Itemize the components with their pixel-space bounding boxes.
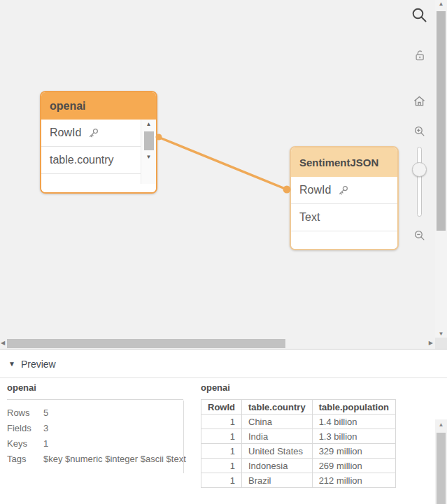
column-header-table-country[interactable]: table.country — [242, 400, 313, 415]
column-header-rowid[interactable]: RowId — [201, 400, 242, 415]
scroll-down-icon[interactable]: ▼ — [435, 331, 447, 337]
unlock-icon[interactable] — [411, 48, 427, 63]
field-sentimentjson-text[interactable]: Text — [291, 204, 397, 231]
stats-value: 1 — [43, 436, 48, 452]
scroll-up-icon[interactable]: ▲ — [435, 1, 447, 7]
stats-label: Fields — [7, 421, 43, 436]
cell-population: 269 million — [312, 459, 395, 473]
cell-country: Brazil — [242, 473, 313, 488]
zoom-in-icon[interactable] — [413, 124, 425, 137]
home-icon[interactable] — [411, 93, 427, 108]
table-node-sentimentjson[interactable]: SentimentJSON RowId Text — [290, 146, 399, 250]
zoom-out-icon[interactable] — [413, 229, 425, 241]
table-node-openai-title: openai — [50, 100, 86, 113]
field-label: RowId — [50, 127, 81, 139]
scrollbar-thumb[interactable] — [437, 11, 446, 231]
field-openai-rowid[interactable]: RowId — [41, 120, 141, 147]
stats-table-title: openai — [7, 382, 183, 400]
table-row: 1 India 1.3 billion — [201, 429, 396, 444]
stats-row-tags: Tags $key $numeric $integer $ascii $text — [7, 452, 183, 467]
table-row: 1 Brazil 212 million — [201, 473, 396, 488]
cell-country: United States — [242, 444, 313, 459]
cell-country: China — [242, 415, 313, 429]
zoom-slider[interactable] — [417, 147, 422, 217]
column-header-table-population[interactable]: table.population — [312, 400, 395, 415]
table-node-openai-body: RowId table.country ▲ — [41, 120, 156, 192]
zoom-slider-thumb[interactable] — [412, 162, 427, 177]
cell-rowid: 1 — [201, 429, 242, 444]
preview-panel-toggle[interactable]: ▼ Preview — [0, 350, 447, 378]
scroll-right-icon[interactable]: ▶ — [429, 338, 433, 349]
cell-population: 329 million — [312, 444, 395, 459]
scroll-down-icon[interactable]: ▼ — [146, 152, 152, 162]
field-sentimentjson-rowid[interactable]: RowId — [291, 177, 397, 204]
table-row: 1 United States 329 million — [201, 444, 396, 459]
scrollbar-thumb[interactable] — [144, 131, 154, 150]
canvas-horizontal-scrollbar[interactable]: ◀ ▶ — [0, 338, 435, 350]
field-label: Text — [299, 211, 320, 224]
table-node-openai-header[interactable]: openai — [41, 92, 156, 120]
key-icon — [87, 127, 99, 139]
key-icon — [337, 185, 349, 196]
stats-row-keys: Keys 1 — [7, 436, 183, 452]
cell-rowid: 1 — [201, 459, 242, 473]
preview-table-title: openai — [201, 382, 396, 393]
stats-label: Tags — [7, 452, 43, 467]
stats-label: Keys — [7, 436, 43, 452]
stats-value: 3 — [43, 421, 48, 436]
preview-data-table: RowId table.country table.population 1 C… — [201, 399, 396, 488]
collapse-caret-icon: ▼ — [8, 360, 15, 368]
preview-panel: ▼ Preview openai Rows 5 Fields 3 Keys 1 — [0, 350, 447, 504]
scroll-up-icon[interactable]: ▲ — [435, 422, 447, 428]
panel-divider — [183, 401, 184, 473]
field-label: RowId — [299, 184, 331, 196]
preview-table-section: openai RowId table.country table.populat… — [201, 382, 396, 488]
stats-value: $key $numeric $integer $ascii $text — [43, 452, 186, 467]
stats-row-rows: Rows 5 — [7, 405, 183, 421]
data-model-viewer: openai RowId table.country — [0, 0, 447, 504]
scroll-left-icon[interactable]: ◀ — [1, 338, 5, 349]
field-openai-table-country[interactable]: table.country — [41, 147, 141, 174]
table-row: 1 China 1.4 billion — [201, 415, 396, 429]
cell-population: 1.3 billion — [312, 429, 395, 444]
table-node-sentimentjson-title: SentimentJSON — [299, 157, 378, 168]
cell-population: 212 million — [312, 473, 395, 488]
cell-country: Indonesia — [242, 459, 313, 473]
preview-panel-title: Preview — [21, 359, 56, 370]
cell-population: 1.4 billion — [312, 415, 395, 429]
stats-row-fields: Fields 3 — [7, 421, 183, 436]
field-label: table.country — [50, 154, 114, 166]
table-row: 1 Indonesia 269 million — [201, 459, 396, 473]
stats-label: Rows — [7, 405, 43, 421]
table-node-openai[interactable]: openai RowId table.country — [40, 91, 157, 194]
cell-rowid: 1 — [201, 415, 242, 429]
preview-vertical-scrollbar[interactable]: ▲ — [435, 419, 447, 504]
node-openai-scrollbar[interactable]: ▲ ▼ — [141, 120, 156, 184]
cell-rowid: 1 — [201, 473, 242, 488]
cell-country: India — [242, 429, 313, 444]
table-node-sentimentjson-header[interactable]: SentimentJSON — [291, 147, 397, 177]
scrollbar-thumb[interactable] — [7, 339, 285, 348]
cell-rowid: 1 — [201, 444, 242, 459]
search-icon[interactable] — [410, 6, 428, 24]
canvas-vertical-scrollbar[interactable]: ▲ ▼ — [435, 0, 447, 338]
scroll-up-icon[interactable]: ▲ — [146, 120, 152, 129]
data-model-canvas[interactable]: openai RowId table.country — [0, 0, 435, 338]
scrollbar-thumb[interactable] — [437, 433, 446, 504]
stats-rows: Rows 5 Fields 3 Keys 1 Tags $key $numeri… — [7, 405, 183, 467]
table-stats-panel: openai Rows 5 Fields 3 Keys 1 Tags $key … — [7, 382, 183, 467]
stats-value: 5 — [43, 405, 48, 421]
table-node-sentimentjson-body: RowId Text — [291, 177, 397, 250]
scrollbar-corner — [435, 338, 447, 350]
table-header-row: RowId table.country table.population — [201, 400, 396, 415]
